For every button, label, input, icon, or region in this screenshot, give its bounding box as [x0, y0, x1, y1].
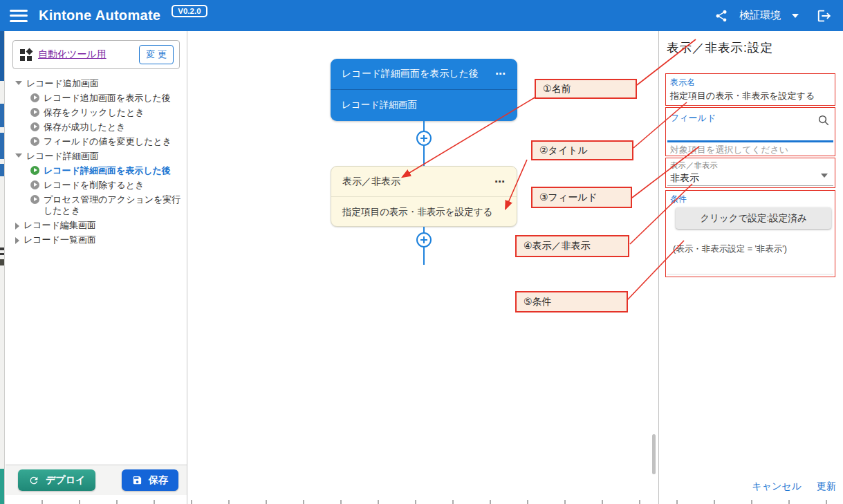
chevron-down-icon: [15, 81, 22, 85]
tree-item-label: フィールドの値を変更したとき: [44, 136, 172, 147]
dropdown-caret-icon[interactable]: [821, 174, 828, 178]
visibility-label: 表示／非表示: [666, 158, 835, 171]
event-icon: [30, 195, 39, 204]
search-icon[interactable]: [817, 114, 830, 129]
event-icon: [30, 108, 39, 117]
tree-group-label: レコード詳細画面: [26, 151, 99, 162]
event-icon-active: [30, 166, 39, 175]
event-tree: レコード追加画面 レコード追加画面を表示した後 保存をクリックしたとき 保存が成…: [6, 73, 187, 247]
deploy-button[interactable]: デプロイ: [18, 469, 95, 491]
tree-item-record-delete[interactable]: レコードを削除するとき: [15, 178, 183, 192]
visibility-value[interactable]: 非表示: [666, 171, 835, 185]
tree-group-record-list[interactable]: レコード一覧画面: [15, 232, 183, 247]
tree-item-field-changed[interactable]: フィールドの値を変更したとき: [15, 134, 183, 149]
event-icon: [30, 137, 39, 146]
kintone-app-icon: [20, 49, 32, 61]
panel-actions: キャンセル 更新: [752, 480, 836, 493]
tree-item-label: プロセス管理のアクションを実行したとき: [44, 194, 183, 216]
tree-group-label: レコード編集画面: [24, 220, 96, 231]
event-icon: [30, 122, 39, 131]
app-name-link[interactable]: 自動化ツール用: [38, 48, 106, 61]
scrollbar-thumb[interactable]: [652, 434, 656, 474]
tree-item-record-add-shown[interactable]: レコード追加画面を表示した後: [15, 91, 183, 105]
chevron-right-icon: [15, 237, 19, 244]
tree-item-label: レコード詳細画面を表示した後: [44, 165, 171, 176]
annotation-3-field: ③フィールド: [531, 187, 632, 208]
condition-label: 条件: [666, 191, 835, 205]
refresh-icon: [28, 475, 39, 486]
save-icon: [132, 475, 142, 485]
tree-item-label: 保存をクリックしたとき: [44, 107, 145, 118]
add-step-button[interactable]: [416, 232, 432, 248]
condition-summary: (表示・非表示設定 = '非表示'): [673, 243, 787, 255]
save-button-label: 保存: [149, 474, 168, 487]
window-edge-strip: [0, 31, 5, 504]
annotation-2-title: ②タイトル: [531, 140, 633, 160]
deploy-button-label: デプロイ: [46, 474, 85, 487]
tree-group-record-add[interactable]: レコード追加画面: [15, 76, 183, 91]
tree-item-label: レコード追加画面を表示した後: [44, 93, 171, 104]
app-title: Kintone Automate: [39, 8, 160, 24]
update-button[interactable]: 更新: [817, 480, 836, 493]
version-badge: V0.2.0: [172, 5, 207, 17]
more-options-icon[interactable]: ⋯: [494, 176, 506, 188]
logout-icon[interactable]: [817, 8, 832, 24]
tree-item-label: 保存が成功したとき: [44, 122, 126, 133]
node-subtitle: 指定項目の表示・非表示を設定する: [331, 197, 517, 227]
field-label: フィールド: [666, 108, 835, 124]
share-icon[interactable]: [714, 9, 728, 23]
chevron-right-icon: [15, 223, 19, 230]
divider: [667, 274, 833, 274]
ruler-ticks: [6, 500, 843, 504]
sidebar-footer: デプロイ 保存: [6, 465, 187, 495]
app-selector: 自動化ツール用 変 更: [12, 40, 180, 69]
settings-panel: 表示／非表示:設定 表示名 指定項目の表示・非表示を設定する フィールド 対象項…: [658, 31, 843, 504]
tree-group-label: レコード一覧画面: [24, 234, 96, 245]
field-placeholder: 対象項目を選択してください: [670, 144, 788, 156]
tree-group-label: レコード追加画面: [26, 78, 99, 89]
node-title: レコード詳細画面を表示した後: [342, 68, 479, 80]
display-name-label: 表示名: [666, 74, 835, 88]
annotation-4-visibility: ④表示／非表示: [515, 235, 629, 257]
chevron-down-icon[interactable]: [792, 14, 799, 18]
flow-canvas: レコード詳細画面を表示した後 ⋯ レコード詳細画面 表示／非表示 ⋯ 指定項目の…: [187, 31, 658, 504]
change-app-button[interactable]: 変 更: [139, 45, 174, 64]
node-subtitle: レコード詳細画面: [331, 90, 517, 120]
panel-title: 表示／非表示:設定: [667, 39, 773, 56]
field-selector: フィールド 対象項目を選択してください: [665, 107, 835, 156]
tree-group-record-edit[interactable]: レコード編集画面: [15, 218, 183, 232]
cancel-button[interactable]: キャンセル: [752, 480, 802, 493]
event-icon: [30, 180, 39, 189]
condition-section: 条件 クリックで設定:設定済み (表示・非表示設定 = '非表示'): [665, 190, 835, 277]
flow-node-trigger[interactable]: レコード詳細画面を表示した後 ⋯ レコード詳細画面: [331, 59, 517, 121]
tree-item-record-detail-shown[interactable]: レコード詳細画面を表示した後: [15, 163, 183, 178]
flow-node-action[interactable]: 表示／非表示 ⋯ 指定項目の表示・非表示を設定する: [331, 166, 517, 227]
display-name-field: 表示名 指定項目の表示・非表示を設定する: [665, 73, 835, 106]
visibility-select[interactable]: 表示／非表示 非表示: [665, 158, 835, 188]
tree-item-save-succeeded[interactable]: 保存が成功したとき: [15, 120, 183, 134]
more-options-icon[interactable]: ⋯: [495, 68, 506, 80]
top-header: Kintone Automate V0.2.0 検証環境: [0, 0, 843, 31]
field-input[interactable]: [667, 140, 833, 142]
annotation-5-condition: ⑤条件: [515, 291, 628, 312]
condition-set-button[interactable]: クリックで設定:設定済み: [676, 207, 831, 229]
select-underline: [667, 185, 833, 186]
save-button[interactable]: 保存: [122, 469, 178, 491]
event-icon: [30, 93, 39, 102]
environment-selector[interactable]: 検証環境: [739, 9, 781, 22]
display-name-value[interactable]: 指定項目の表示・非表示を設定する: [666, 88, 835, 102]
sidebar: 自動化ツール用 変 更 レコード追加画面 レコード追加画面を表示した後 保存をク…: [6, 31, 187, 504]
app-root: Kintone Automate V0.2.0 検証環境 自動化ツール用: [0, 0, 843, 504]
menu-button[interactable]: [10, 9, 28, 23]
tree-item-label: レコードを削除するとき: [44, 180, 144, 191]
tree-item-save-clicked[interactable]: 保存をクリックしたとき: [15, 105, 183, 120]
chevron-down-icon: [15, 153, 22, 158]
tree-item-process-action[interactable]: プロセス管理のアクションを実行したとき: [15, 192, 183, 218]
add-step-button[interactable]: [416, 131, 432, 146]
node-title: 表示／非表示: [342, 176, 400, 188]
annotation-1-name: ①名前: [535, 79, 637, 99]
tree-group-record-detail[interactable]: レコード詳細画面: [15, 149, 183, 163]
